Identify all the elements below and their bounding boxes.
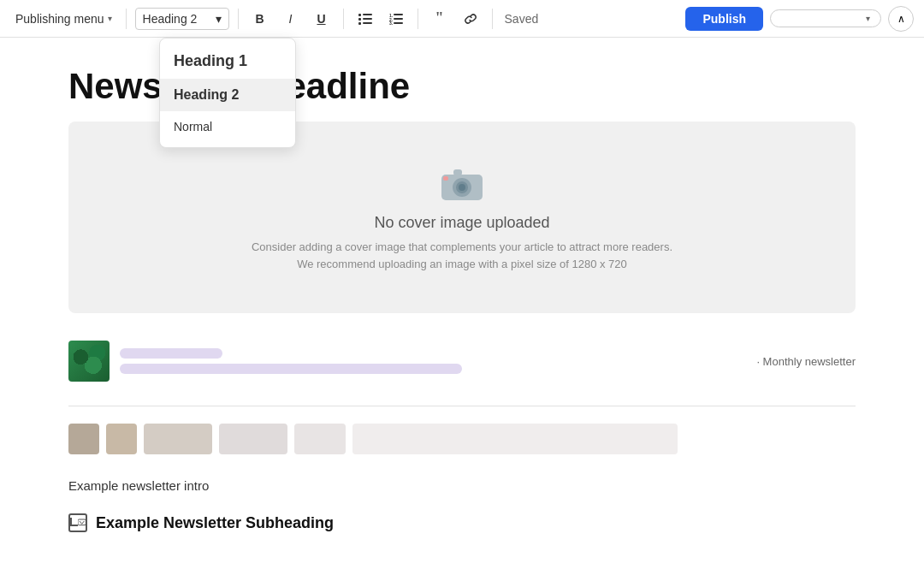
heading-1-option[interactable]: Heading 1 [160,44,295,79]
bold-button[interactable]: B [247,6,273,32]
cover-image-title: No cover image uploaded [374,214,549,232]
cover-image-description: Consider adding a cover image that compl… [252,239,672,272]
svg-rect-16 [453,169,462,175]
content-area: Newsletter Headline No cover image uploa… [0,38,924,581]
content-divider [68,406,856,406]
italic-button[interactable]: I [278,6,304,32]
normal-option[interactable]: Normal [160,111,295,142]
svg-rect-3 [363,18,372,20]
underline-button[interactable]: U [309,6,335,32]
audience-dropdown-chevron-icon: ▾ [866,14,870,23]
collapse-button[interactable]: ∧ [888,6,914,32]
heading-2-option[interactable]: Heading 2 [160,79,295,111]
collapse-icon: ∧ [897,13,905,25]
svg-rect-7 [394,14,403,15]
subheading-text[interactable]: Example Newsletter Subheading [96,514,334,532]
subheading-icon [68,513,87,532]
toolbar-divider-1 [126,9,127,29]
publishing-menu-label: Publishing menu [15,12,104,26]
intro-text[interactable]: Example newsletter intro [68,478,856,493]
toolbar-divider-5 [492,9,493,29]
meta-bar-group [120,348,746,374]
svg-rect-5 [363,22,372,24]
meta-bar-long [120,364,462,374]
subheading-icon-svg [78,518,86,528]
publishing-menu-chevron-icon: ▾ [108,14,112,23]
toolbar-divider-3 [343,9,344,29]
toolbar: Publishing menu ▾ Heading 2 ▾ B I U 1. 2… [0,0,924,38]
svg-rect-1 [363,14,372,15]
heading-dropdown-button[interactable]: Heading 2 ▾ [135,8,229,30]
svg-rect-0 [358,14,361,16]
toolbar-right: Publish ▾ ∧ [685,6,914,32]
subheading-row: Example Newsletter Subheading [68,513,856,532]
blurred-bar-5 [352,424,678,454]
publishing-menu-button[interactable]: Publishing menu ▾ [10,9,117,29]
heading-dropdown-menu: Heading 1 Heading 2 Normal [159,38,296,148]
ordered-list-button[interactable]: 1. 2. 3. [383,6,409,32]
svg-rect-2 [358,18,361,21]
audience-dropdown[interactable]: ▾ [770,9,881,27]
blurred-bar-4 [294,424,346,454]
meta-bar-short [120,348,222,359]
blockquote-button[interactable]: " [427,6,453,32]
blurred-bar-1 [106,424,137,454]
article-thumbnail-image [68,341,110,382]
bullet-list-icon [358,13,372,25]
blurred-bar-group [106,424,856,454]
newsletter-label: · Monthly newsletter [756,355,856,368]
article-thumbnail [68,341,110,382]
svg-rect-4 [358,22,361,25]
svg-point-15 [459,184,465,191]
blurred-bar-2 [144,424,212,454]
blurred-bar-3 [219,424,287,454]
publish-button[interactable]: Publish [685,7,763,31]
svg-rect-17 [443,176,448,181]
article-meta-row: · Monthly newsletter [68,341,856,382]
ordered-list-icon: 1. 2. 3. [389,13,403,25]
svg-rect-9 [394,18,403,20]
saved-status: Saved [505,12,539,26]
bullet-list-button[interactable] [352,6,378,32]
svg-text:3.: 3. [389,21,394,25]
heading-dropdown-label: Heading 2 [143,12,198,26]
svg-rect-11 [394,22,403,24]
heading-dropdown-chevron-icon: ▾ [216,12,222,26]
toolbar-divider-2 [238,9,239,29]
blurred-avatar [68,424,99,454]
blurred-meta-row [68,424,856,454]
toolbar-divider-4 [418,9,418,29]
cover-image-area[interactable]: No cover image uploaded Consider adding … [68,122,856,313]
link-button[interactable] [458,6,483,32]
link-icon [464,12,477,26]
camera-icon [438,163,486,204]
